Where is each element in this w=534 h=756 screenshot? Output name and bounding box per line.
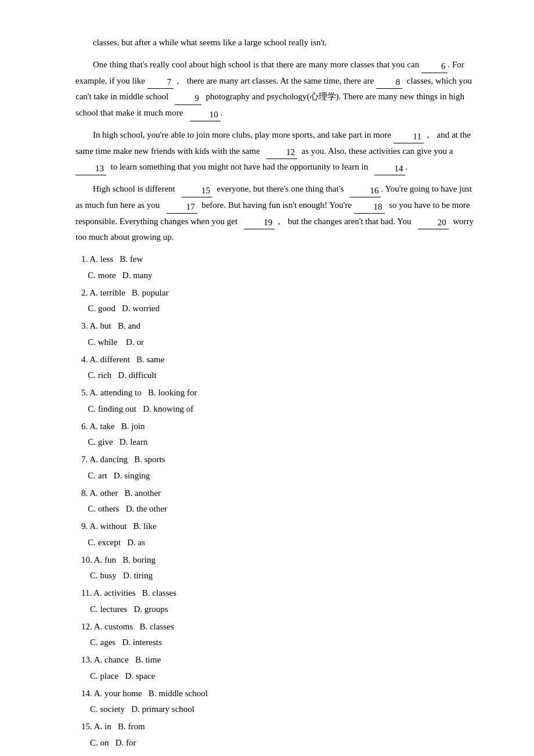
blank-16: 16 <box>350 185 381 197</box>
options-section: 1. A. less B. few C. more D. many 2. A. … <box>75 251 476 756</box>
para3-text-5: . <box>405 162 407 171</box>
option-5-row1: 5. A. attending to B. looking for <box>81 385 476 401</box>
option-3: 3. A. but B. and C. while D. or <box>75 318 476 351</box>
option-9-row2: C. except D. as <box>81 535 476 551</box>
option-14: 14. A. your home B. middle school C. soc… <box>75 686 476 718</box>
option-2-row2: C. good D. worried <box>81 301 476 317</box>
blank-12: 12 <box>266 146 297 159</box>
option-4: 4. A. different B. same C. rich D. diffi… <box>75 352 476 384</box>
blank-15: 15 <box>182 185 212 197</box>
option-8-row1: 8. A. other B. another <box>81 485 476 502</box>
para3-text-3: as you. Also, these activities can give … <box>297 146 460 156</box>
blank-11: 11 <box>394 131 424 143</box>
blank-20: 20 <box>418 217 449 229</box>
option-1: 1. A. less B. few C. more D. many <box>75 251 476 284</box>
option-6-row1: 6. A. take B. join <box>81 419 476 435</box>
blank-13: 13 <box>75 163 106 175</box>
para2-text-6: . <box>221 108 223 117</box>
blank-9: 9 <box>175 92 201 105</box>
option-9: 9. A. without B. like C. except D. as <box>75 519 476 551</box>
blank-7: 7 <box>147 76 174 89</box>
para3-text-1: In high school, you're able to join more… <box>93 130 394 139</box>
paragraph-4: High school is different 15 everyone, bu… <box>75 181 476 246</box>
option-9-row1: 9. A. without B. like <box>81 519 476 535</box>
para4-text-1: High school is different <box>93 184 182 193</box>
blank-10: 10 <box>190 109 221 121</box>
option-11-row2: C. lectures D. groups <box>81 602 476 618</box>
option-12-row1: 12. A. customs B. classes <box>81 619 476 635</box>
option-10-row1: 10. A. fun B. boring <box>81 552 476 568</box>
blank-8: 8 <box>376 76 403 89</box>
option-4-row1: 4. A. different B. same <box>81 352 476 368</box>
para4-text-4: before. But having fun isn't enough! You… <box>197 200 354 210</box>
option-15-row1: 15. A. in B. from <box>81 719 476 735</box>
option-16: 16. A. sure B. certain <box>75 753 476 757</box>
option-6-row2: C. give D. learn <box>81 434 476 451</box>
para4-text-2: everyone, but there's one thing that's <box>212 184 350 193</box>
paragraph-3: In high school, you're able to join more… <box>75 127 476 175</box>
option-6: 6. A. take B. join C. give D. learn <box>75 419 476 451</box>
option-12: 12. A. customs B. classes C. ages D. int… <box>75 619 476 651</box>
option-16-row1: 16. A. sure B. certain <box>81 753 476 757</box>
para2-text-1: One thing that's really cool about high … <box>93 60 421 69</box>
para1-text: classes, but after a while what seems li… <box>93 38 327 47</box>
blank-19: 19 <box>244 217 275 229</box>
paragraph-1: classes, but after a while what seems li… <box>75 35 476 51</box>
blank-14: 14 <box>374 163 405 175</box>
option-3-row1: 3. A. but B. and <box>81 318 476 334</box>
para2-text-3: ， there are many art classes. At the sam… <box>174 76 376 85</box>
para4-text-6: ， but the changes aren't that bad. You <box>275 217 417 226</box>
option-3-row2: C. while D. or <box>81 334 476 351</box>
option-13-row2: C. place D. space <box>81 668 476 685</box>
option-14-row2: C. society D. primary school <box>81 701 476 718</box>
para3-text-4: to learn something that you might not ha… <box>106 162 374 171</box>
blank-17: 17 <box>167 201 197 214</box>
option-1-row2: C. more D. many <box>81 268 476 284</box>
blank-6: 6 <box>421 60 448 73</box>
blank-18: 18 <box>354 201 385 214</box>
option-11: 11. A. activities B. classes C. lectures… <box>75 585 476 618</box>
option-8-row2: C. others D. the other <box>81 501 476 517</box>
option-4-row2: C. rich D. difficult <box>81 368 476 384</box>
option-13: 13. A. chance B. time C. place D. space <box>75 652 476 685</box>
option-15-row2: C. on D. for <box>81 735 476 751</box>
option-7-row2: C. art D. singing <box>81 468 476 484</box>
option-2-row1: 2. A. terrible B. popular <box>81 285 476 301</box>
option-10: 10. A. fun B. boring C. busy D. tiring <box>75 552 476 585</box>
option-14-row1: 14. A. your home B. middle school <box>81 686 476 702</box>
option-15: 15. A. in B. from C. on D. for <box>75 719 476 751</box>
option-5: 5. A. attending to B. looking for C. fin… <box>75 385 476 417</box>
option-1-row1: 1. A. less B. few <box>81 251 476 268</box>
option-8: 8. A. other B. another C. others D. the … <box>75 485 476 518</box>
option-11-row1: 11. A. activities B. classes <box>81 585 476 602</box>
main-content: classes, but after a while what seems li… <box>75 35 476 756</box>
option-7: 7. A. dancing B. sports C. art D. singin… <box>75 452 476 484</box>
option-2: 2. A. terrible B. popular C. good D. wor… <box>75 285 476 318</box>
option-10-row2: C. busy D. tiring <box>81 568 476 584</box>
option-7-row1: 7. A. dancing B. sports <box>81 452 476 468</box>
option-5-row2: C. finding out D. knowing of <box>81 401 476 417</box>
option-13-row1: 13. A. chance B. time <box>81 652 476 668</box>
paragraph-2: One thing that's really cool about high … <box>75 57 476 121</box>
option-12-row2: C. ages D. interests <box>81 635 476 651</box>
